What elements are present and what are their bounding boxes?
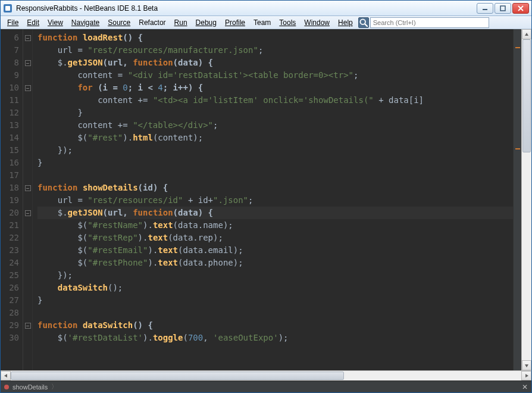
code-line[interactable]: content += "</table></div>"; [37, 119, 513, 132]
hscroll-track[interactable] [11, 371, 521, 380]
line-number[interactable]: 22 [1, 232, 19, 244]
menu-window[interactable]: Window [300, 17, 334, 28]
line-number[interactable]: 19 [1, 194, 19, 207]
fold-toggle[interactable] [23, 307, 32, 319]
fold-toggle[interactable] [23, 169, 32, 182]
menu-navigate[interactable]: Navigate [67, 17, 104, 28]
fold-toggle[interactable] [23, 157, 32, 169]
line-number[interactable]: 9 [1, 69, 19, 82]
code-line[interactable]: $('#restDataList').toggle(700, 'easeOutE… [37, 332, 513, 344]
stripe-mark[interactable] [515, 47, 520, 48]
menu-view[interactable]: View [43, 17, 67, 28]
fold-toggle[interactable]: − [23, 319, 32, 332]
fold-toggle[interactable] [23, 194, 32, 207]
scroll-right-button[interactable] [521, 371, 531, 380]
line-number[interactable]: 14 [1, 132, 19, 144]
fold-toggle[interactable]: − [23, 57, 32, 69]
scroll-down-button[interactable] [522, 360, 531, 370]
search-input[interactable] [370, 17, 489, 28]
horizontal-scrollbar[interactable] [1, 370, 531, 380]
line-number[interactable]: 26 [1, 282, 19, 294]
hscroll-thumb[interactable] [11, 372, 344, 380]
scroll-track[interactable] [522, 39, 531, 360]
line-number[interactable]: 17 [1, 169, 19, 182]
line-number[interactable]: 29 [1, 319, 19, 332]
menu-debug[interactable]: Debug [192, 17, 221, 28]
fold-toggle[interactable]: − [23, 207, 32, 219]
line-number[interactable]: 7 [1, 44, 19, 57]
line-number[interactable]: 20 [1, 207, 19, 219]
line-number-gutter[interactable]: 6789101112131415161718192021222324252627… [1, 29, 23, 370]
menu-source[interactable]: Source [104, 17, 134, 28]
fold-toggle[interactable] [23, 232, 32, 244]
fold-column[interactable]: −−−−−− [23, 29, 33, 370]
menu-team[interactable]: Team [249, 17, 275, 28]
code-line[interactable]: for (i = 0; i < 4; i++) { [37, 82, 513, 94]
menu-refactor[interactable]: Refactor [134, 17, 170, 28]
code-line[interactable]: } [37, 294, 513, 307]
titlebar[interactable]: ResponsiveRabbits - NetBeans IDE 8.1 Bet… [1, 1, 531, 16]
fold-toggle[interactable] [23, 119, 32, 132]
maximize-button[interactable] [495, 3, 511, 14]
line-number[interactable]: 8 [1, 57, 19, 69]
line-number[interactable]: 25 [1, 269, 19, 282]
error-stripe[interactable] [513, 29, 521, 370]
line-number[interactable]: 21 [1, 219, 19, 232]
code-line[interactable] [37, 169, 513, 182]
code-line[interactable]: } [37, 157, 513, 169]
code-line[interactable]: $("#rest").html(content); [37, 132, 513, 144]
line-number[interactable]: 12 [1, 107, 19, 119]
fold-toggle[interactable] [23, 257, 32, 269]
fold-toggle[interactable] [23, 294, 32, 307]
code-line[interactable]: }); [37, 144, 513, 157]
code-line[interactable]: $.getJSON(url, function(data) { [37, 207, 513, 219]
line-number[interactable]: 11 [1, 94, 19, 107]
fold-toggle[interactable] [23, 107, 32, 119]
code-line[interactable]: content = "<div id='restDataList'><table… [37, 69, 513, 82]
menu-profile[interactable]: Profile [221, 17, 249, 28]
line-number[interactable]: 10 [1, 82, 19, 94]
code-line[interactable]: $("#restRep").text(data.rep); [37, 232, 513, 244]
fold-toggle[interactable] [23, 132, 32, 144]
vertical-scrollbar[interactable] [521, 29, 531, 370]
fold-toggle[interactable] [23, 269, 32, 282]
fold-toggle[interactable] [23, 69, 32, 82]
line-number[interactable]: 16 [1, 157, 19, 169]
menu-edit[interactable]: Edit [23, 17, 43, 28]
line-number[interactable]: 15 [1, 144, 19, 157]
fold-toggle[interactable]: − [23, 182, 32, 194]
code-line[interactable] [37, 307, 513, 319]
breadcrumb-close-icon[interactable]: ✕ [522, 383, 528, 391]
line-number[interactable]: 24 [1, 257, 19, 269]
code-line[interactable]: $.getJSON(url, function(data) { [37, 57, 513, 69]
fold-toggle[interactable] [23, 282, 32, 294]
menu-tools[interactable]: Tools [275, 17, 300, 28]
fold-toggle[interactable] [23, 44, 32, 57]
code-line[interactable]: }); [37, 269, 513, 282]
menu-file[interactable]: File [3, 17, 23, 28]
stripe-mark[interactable] [515, 148, 520, 149]
code-line[interactable]: dataSwitch(); [37, 282, 513, 294]
code-line[interactable]: $("#restPhone").text(data.phone); [37, 257, 513, 269]
breadcrumb-symbol[interactable]: showDetails [12, 383, 48, 391]
code-line[interactable]: } [37, 107, 513, 119]
code-line[interactable]: $("#restName").text(data.name); [37, 219, 513, 232]
scroll-up-button[interactable] [522, 29, 531, 39]
fold-toggle[interactable] [23, 332, 32, 344]
menu-help[interactable]: Help [334, 17, 357, 28]
menu-run[interactable]: Run [170, 17, 192, 28]
code-line[interactable]: function dataSwitch() { [37, 319, 513, 332]
line-number[interactable]: 30 [1, 332, 19, 344]
code-line[interactable]: url = "rest/resources/id" + id+".json"; [37, 194, 513, 207]
code-line[interactable]: function loadRest() { [37, 32, 513, 44]
code-line[interactable]: content += "<td><a id='listItem' onclick… [37, 94, 513, 107]
scroll-left-button[interactable] [1, 371, 11, 380]
code-area[interactable]: function loadRest() { url = "rest/resour… [33, 29, 513, 370]
scroll-thumb[interactable] [522, 39, 531, 152]
fold-toggle[interactable] [23, 244, 32, 257]
code-line[interactable]: function showDetails(id) { [37, 182, 513, 194]
fold-toggle[interactable]: − [23, 82, 32, 94]
fold-toggle[interactable] [23, 219, 32, 232]
fold-toggle[interactable] [23, 144, 32, 157]
line-number[interactable]: 13 [1, 119, 19, 132]
